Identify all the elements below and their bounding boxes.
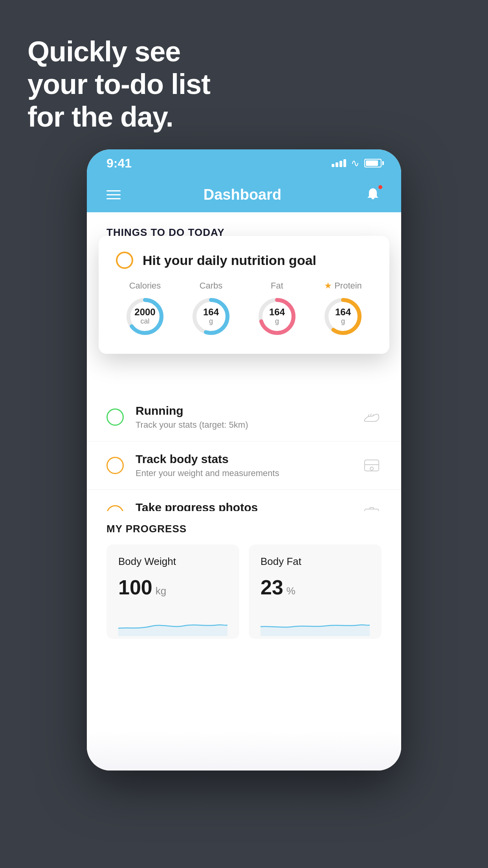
hero-text: Quickly see your to-do list for the day. xyxy=(28,35,210,133)
battery-icon xyxy=(364,159,382,167)
fat-donut: 164 g xyxy=(255,295,299,338)
todo-running[interactable]: Running Track your stats (target: 5km) xyxy=(87,393,401,441)
body-weight-value: 100 xyxy=(118,576,152,599)
hamburger-line xyxy=(106,190,121,191)
nutrition-carbs: Carbs 164 g xyxy=(182,281,240,338)
signal-icon xyxy=(332,159,346,167)
body-weight-sparkline xyxy=(118,609,227,636)
nav-bar: Dashboard xyxy=(87,177,401,212)
body-stats-circle xyxy=(106,457,124,474)
content-area: THINGS TO DO TODAY Hit your daily nutrit… xyxy=(87,212,401,771)
hamburger-line xyxy=(106,194,121,195)
status-bar: 9:41 ∿ xyxy=(87,149,401,177)
body-stats-title: Track body stats xyxy=(136,452,350,466)
carbs-donut: 164 g xyxy=(189,295,233,338)
nutrition-fat: Fat 164 g xyxy=(248,281,306,338)
card-title-row: Hit your daily nutrition goal xyxy=(116,252,372,269)
protein-unit: g xyxy=(335,318,351,326)
body-weight-value-row: 100 kg xyxy=(118,576,227,599)
progress-header: MY PROGRESS xyxy=(106,523,382,535)
progress-section: MY PROGRESS Body Weight 100 kg xyxy=(87,511,401,639)
svg-rect-8 xyxy=(365,460,379,471)
calories-center: 2000 cal xyxy=(134,307,155,326)
carbs-label: Carbs xyxy=(200,281,223,291)
protein-label: Protein xyxy=(334,281,362,291)
notification-dot xyxy=(378,184,383,190)
bell-button[interactable] xyxy=(364,186,382,203)
calories-label: Calories xyxy=(129,281,161,291)
hamburger-menu[interactable] xyxy=(106,190,121,199)
fat-label: Fat xyxy=(271,281,283,291)
phone-wrapper: 9:41 ∿ Dashboard xyxy=(87,149,401,837)
fat-value: 164 xyxy=(269,307,285,317)
fat-center: 164 g xyxy=(269,307,285,326)
carbs-center: 164 g xyxy=(203,307,219,326)
body-stats-text: Track body stats Enter your weight and m… xyxy=(136,452,350,478)
protein-label-row: ★ Protein xyxy=(324,281,362,291)
body-fat-value: 23 xyxy=(261,576,283,599)
fat-unit: g xyxy=(269,318,285,326)
bottom-shadow xyxy=(87,731,401,771)
body-weight-unit: kg xyxy=(156,585,166,597)
protein-center: 164 g xyxy=(335,307,351,326)
body-fat-card: Body Fat 23 % xyxy=(249,544,382,639)
running-circle xyxy=(106,408,124,426)
hamburger-line xyxy=(106,198,121,199)
todo-body-stats[interactable]: Track body stats Enter your weight and m… xyxy=(87,441,401,490)
scale-icon xyxy=(362,456,382,475)
carbs-unit: g xyxy=(203,318,219,326)
body-weight-title: Body Weight xyxy=(118,555,227,568)
status-icons: ∿ xyxy=(332,157,382,169)
hero-line2: your to-do list xyxy=(28,68,210,101)
nav-title: Dashboard xyxy=(204,186,281,203)
hero-line3: for the day. xyxy=(28,101,210,133)
nutrition-grid: Calories 2000 cal xyxy=(116,281,372,338)
running-shoe-icon xyxy=(362,407,382,427)
running-subtitle: Track your stats (target: 5km) xyxy=(136,420,350,430)
protein-donut: 164 g xyxy=(321,295,365,338)
progress-cards: Body Weight 100 kg Body Fat xyxy=(106,544,382,639)
body-fat-unit: % xyxy=(286,585,295,597)
status-time: 9:41 xyxy=(106,156,132,171)
body-stats-subtitle: Enter your weight and measurements xyxy=(136,468,350,478)
body-fat-title: Body Fat xyxy=(261,555,370,568)
body-fat-sparkline xyxy=(261,609,370,636)
calories-value: 2000 xyxy=(134,307,155,317)
phone-frame: 9:41 ∿ Dashboard xyxy=(87,149,401,771)
protein-value: 164 xyxy=(335,307,351,317)
hero-line1: Quickly see xyxy=(28,35,210,68)
nutrition-calories: Calories 2000 cal xyxy=(116,281,174,338)
body-weight-card: Body Weight 100 kg xyxy=(106,544,239,639)
body-fat-value-row: 23 % xyxy=(261,576,370,599)
nutrition-protein: ★ Protein 164 g xyxy=(314,281,372,338)
nutrition-card: Hit your daily nutrition goal Calories xyxy=(99,236,389,354)
protein-star-icon: ★ xyxy=(324,281,332,291)
running-text: Running Track your stats (target: 5km) xyxy=(136,404,350,430)
nutrition-card-title: Hit your daily nutrition goal xyxy=(143,253,316,268)
calories-donut: 2000 cal xyxy=(123,295,167,338)
running-title: Running xyxy=(136,404,350,417)
task-circle-nutrition xyxy=(116,252,133,269)
svg-point-10 xyxy=(370,467,373,470)
wifi-icon: ∿ xyxy=(351,157,360,169)
carbs-value: 164 xyxy=(203,307,219,317)
calories-unit: cal xyxy=(134,318,155,326)
